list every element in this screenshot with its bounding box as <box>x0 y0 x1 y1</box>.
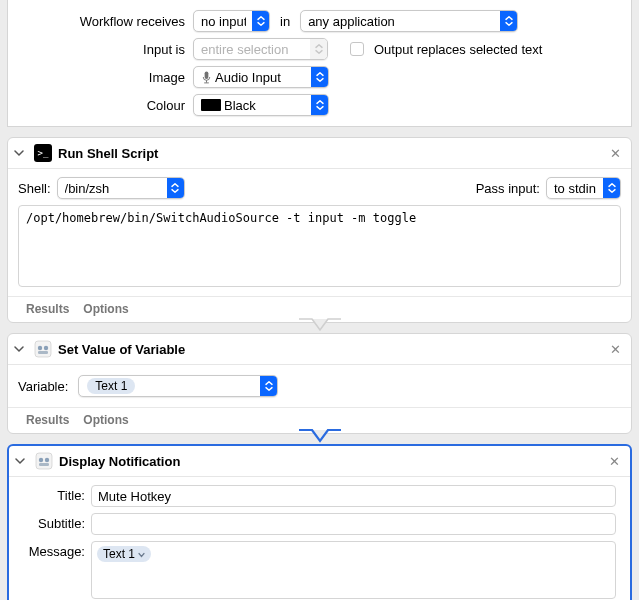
microphone-icon <box>201 71 212 84</box>
action-title: Run Shell Script <box>58 146 602 161</box>
close-icon[interactable]: ✕ <box>607 454 622 469</box>
input-is-select: entire selection <box>193 38 328 60</box>
notif-message-input[interactable]: Text 1 <box>91 541 616 599</box>
close-icon[interactable]: ✕ <box>608 146 623 161</box>
shell-select[interactable]: /bin/zsh <box>57 177 185 199</box>
notif-subtitle-input[interactable] <box>91 513 616 535</box>
workflow-receives-select[interactable]: no input <box>193 10 270 32</box>
automator-icon <box>34 340 52 358</box>
svg-rect-10 <box>39 463 49 466</box>
chevron-updown-icon <box>260 376 277 396</box>
chevron-updown-icon <box>252 11 269 31</box>
options-tab[interactable]: Options <box>83 302 128 316</box>
application-select[interactable]: any application <box>300 10 518 32</box>
output-replaces-label: Output replaces selected text <box>374 42 542 57</box>
pass-input-label: Pass input: <box>476 181 540 196</box>
chevron-down-icon[interactable] <box>15 456 29 466</box>
in-label: in <box>276 14 294 29</box>
workflow-settings-panel: Workflow receives no input in any applic… <box>7 0 632 127</box>
chevron-down-icon[interactable] <box>14 148 28 158</box>
workflow-receives-label: Workflow receives <box>22 14 187 29</box>
image-label: Image <box>22 70 187 85</box>
svg-point-5 <box>44 346 48 350</box>
notif-subtitle-label: Subtitle: <box>25 513 85 531</box>
colour-label: Colour <box>22 98 187 113</box>
chevron-updown-icon <box>167 178 184 198</box>
colour-select[interactable]: Black <box>193 94 329 116</box>
variable-token[interactable]: Text 1 <box>97 546 151 562</box>
close-icon[interactable]: ✕ <box>608 342 623 357</box>
action-header[interactable]: Set Value of Variable ✕ <box>8 334 631 365</box>
action-run-shell-script[interactable]: >_ Run Shell Script ✕ Shell: /bin/zsh Pa… <box>7 137 632 323</box>
chevron-updown-icon <box>500 11 517 31</box>
pass-input-select[interactable]: to stdin <box>546 177 621 199</box>
action-header[interactable]: >_ Run Shell Script ✕ <box>8 138 631 169</box>
svg-rect-6 <box>38 351 48 354</box>
shell-script-textarea[interactable] <box>18 205 621 287</box>
action-header[interactable]: Display Notification ✕ <box>9 446 630 477</box>
chevron-down-icon[interactable] <box>14 344 28 354</box>
results-tab[interactable]: Results <box>26 302 69 316</box>
chevron-updown-icon <box>603 178 620 198</box>
automator-icon <box>35 452 53 470</box>
svg-rect-3 <box>35 341 51 357</box>
svg-rect-7 <box>36 453 52 469</box>
svg-rect-0 <box>205 71 209 78</box>
svg-point-9 <box>45 458 49 462</box>
notif-message-label: Message: <box>25 541 85 559</box>
notif-title-input[interactable] <box>91 485 616 507</box>
svg-point-4 <box>38 346 42 350</box>
colour-swatch <box>201 99 221 111</box>
action-title: Set Value of Variable <box>58 342 602 357</box>
variable-select[interactable]: Text 1 <box>78 375 278 397</box>
options-tab[interactable]: Options <box>83 413 128 427</box>
image-select[interactable]: Audio Input <box>193 66 329 88</box>
action-set-value-of-variable[interactable]: Set Value of Variable ✕ Variable: Text 1… <box>7 333 632 434</box>
chevron-updown-icon <box>311 95 328 115</box>
svg-point-8 <box>39 458 43 462</box>
results-tab[interactable]: Results <box>26 413 69 427</box>
variable-label: Variable: <box>18 379 68 394</box>
chevron-down-icon <box>138 547 145 561</box>
input-is-label: Input is <box>22 42 187 57</box>
action-title: Display Notification <box>59 454 601 469</box>
action-display-notification[interactable]: Display Notification ✕ Title: Subtitle: … <box>7 444 632 600</box>
output-replaces-checkbox[interactable] <box>350 42 364 56</box>
shell-label: Shell: <box>18 181 51 196</box>
chevron-updown-icon <box>311 67 328 87</box>
chevron-updown-icon <box>310 39 327 59</box>
variable-token: Text 1 <box>87 378 135 394</box>
terminal-icon: >_ <box>34 144 52 162</box>
notif-title-label: Title: <box>25 485 85 503</box>
